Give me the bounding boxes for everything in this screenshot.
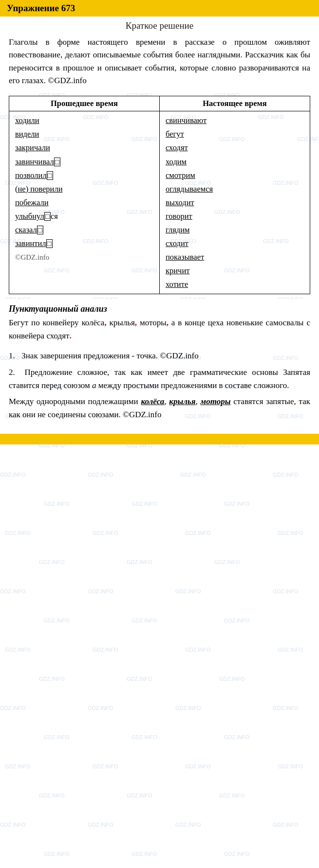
wm64: GDZ.INFO bbox=[180, 472, 206, 478]
wm74: GDZ.INFO bbox=[127, 559, 152, 565]
wm86: GDZ.INFO bbox=[278, 647, 303, 653]
analysis-items: 1. Знак завершения предложения - точка. … bbox=[0, 349, 319, 429]
comma1: , bbox=[104, 318, 106, 327]
wm63: GDZ.INFO bbox=[88, 472, 113, 478]
wm109: GDZ.INFO bbox=[131, 851, 157, 857]
verb-past-1: ходили bbox=[15, 116, 39, 125]
top-bar: Упражнение 673 bbox=[0, 0, 319, 17]
wm105: GDZ.INFO bbox=[88, 822, 113, 828]
verb-pres-1: свинчивают bbox=[166, 116, 206, 125]
verb-pres-7: выходит bbox=[166, 198, 194, 207]
section-title: Краткое решение bbox=[0, 17, 319, 33]
wm67: GDZ.INFO bbox=[131, 501, 157, 507]
wm83: GDZ.INFO bbox=[5, 647, 31, 653]
period1: . bbox=[70, 331, 72, 340]
kol-word: колёса bbox=[141, 397, 164, 406]
verb-past-4: завинчивал□ bbox=[15, 157, 60, 166]
wm73: GDZ.INFO bbox=[39, 559, 65, 565]
wm69: GDZ.INFO bbox=[5, 530, 31, 536]
verb-pres-4: ходим bbox=[166, 157, 187, 166]
wm96: GDZ.INFO bbox=[224, 734, 250, 740]
verb-pres-10: сходит bbox=[166, 239, 188, 248]
wm91: GDZ.INFO bbox=[88, 705, 113, 711]
wm104: GDZ.INFO bbox=[0, 822, 26, 828]
wm72: GDZ.INFO bbox=[278, 530, 303, 536]
wm88: GDZ.INFO bbox=[127, 676, 152, 682]
verb-pres-6: оглядываемся bbox=[166, 184, 213, 194]
wm77: GDZ.INFO bbox=[88, 588, 113, 594]
item-num-1: 1. bbox=[9, 349, 19, 362]
wm79: GDZ.INFO bbox=[273, 588, 299, 594]
comma2: , bbox=[135, 318, 137, 327]
analysis-item-1: 1. Знак завершения предложения - точка. … bbox=[9, 349, 310, 362]
wm106: GDZ.INFO bbox=[175, 822, 201, 828]
wm103: GDZ.INFO bbox=[219, 793, 245, 798]
wm95: GDZ.INFO bbox=[131, 734, 157, 740]
item-num-2: 2. bbox=[9, 366, 19, 379]
verb-past-2: видели bbox=[15, 129, 39, 139]
verb-pres-11: показывает bbox=[166, 252, 204, 262]
comma3: , bbox=[167, 318, 169, 327]
wm75: GDZ.INFO bbox=[214, 559, 240, 565]
analysis-item-2: 2. Предложение сложное, так как имеет дв… bbox=[9, 366, 310, 392]
intro-text: Глаголы в форме настоящего времени в рас… bbox=[9, 37, 310, 85]
wm110: GDZ.INFO bbox=[224, 851, 250, 857]
wm68: GDZ.INFO bbox=[224, 501, 250, 507]
wm87: GDZ.INFO bbox=[39, 676, 65, 682]
wm62: GDZ.INFO bbox=[0, 472, 26, 478]
verb-pres-12: кричит bbox=[166, 266, 189, 275]
verb-pres-5: смотрим bbox=[166, 171, 195, 180]
wm82: GDZ.INFO bbox=[224, 618, 250, 623]
col2-verbs: свинчивают бегут сходят ходим смотрим ог… bbox=[160, 111, 310, 294]
verb-past-6: (не) поверили bbox=[15, 184, 63, 194]
wm94: GDZ.INFO bbox=[44, 734, 70, 740]
wm93: GDZ.INFO bbox=[273, 705, 299, 711]
wm100: GDZ.INFO bbox=[278, 763, 303, 769]
wm78: GDZ.INFO bbox=[175, 588, 201, 594]
table-row: ходили видели закричали завинчивал□ позв… bbox=[9, 111, 310, 294]
verb-past-5: позволил□ bbox=[15, 171, 53, 180]
verb-past-9: сказал□ bbox=[15, 225, 43, 234]
wm101: GDZ.INFO bbox=[39, 793, 65, 798]
verb-pres-8: говорит bbox=[166, 212, 192, 221]
wm89: GDZ.INFO bbox=[219, 676, 245, 682]
verb-pres-3: сходят bbox=[166, 143, 188, 152]
wm81: GDZ.INFO bbox=[131, 618, 157, 623]
wm107: GDZ.INFO bbox=[273, 822, 299, 828]
verb-pres-2: бегут bbox=[166, 129, 184, 139]
col1-header: Прошедшее время bbox=[9, 96, 160, 111]
wm80: GDZ.INFO bbox=[44, 618, 70, 623]
col2-header: Настоящее время bbox=[160, 96, 310, 111]
wm65: GDZ.INFO bbox=[273, 472, 299, 478]
exercise-label: Упражнение 673 bbox=[7, 3, 75, 14]
krylia-word: крылья bbox=[169, 397, 195, 406]
wm70: GDZ.INFO bbox=[93, 530, 118, 536]
punct-sentence: Бегут по конвейеру колёса, крылья, мотор… bbox=[9, 316, 310, 342]
analysis-item-3: Между однородными подлежащими колёса, кр… bbox=[9, 395, 310, 421]
col1-verbs: ходили видели закричали завинчивал□ позв… bbox=[9, 111, 160, 294]
bottom-bar bbox=[0, 434, 319, 444]
verb-pres-9: глядим bbox=[166, 225, 189, 234]
wm85: GDZ.INFO bbox=[185, 647, 211, 653]
wm98: GDZ.INFO bbox=[93, 763, 118, 769]
verb-past-7: побежали bbox=[15, 198, 49, 207]
verb-past-10: завинтил□ bbox=[15, 239, 53, 248]
gdz-watermark-table1: ©GDZ.info bbox=[15, 253, 49, 261]
page-content: Упражнение 673 Краткое решение Глаголы в… bbox=[0, 0, 319, 444]
intro-paragraph: Глаголы в форме настоящего времени в рас… bbox=[0, 33, 319, 91]
verb-past-3: закричали bbox=[15, 143, 50, 152]
wm92: GDZ.INFO bbox=[175, 705, 201, 711]
punct-section: Пунктуационный анализ Бегут по конвейеру… bbox=[0, 299, 319, 349]
wm84: GDZ.INFO bbox=[93, 647, 118, 653]
wm90: GDZ.INFO bbox=[0, 705, 26, 711]
wm99: GDZ.INFO bbox=[185, 763, 211, 769]
wm71: GDZ.INFO bbox=[185, 530, 211, 536]
wm97: GDZ.INFO bbox=[5, 763, 31, 769]
wm102: GDZ.INFO bbox=[127, 793, 152, 798]
wm76: GDZ.INFO bbox=[0, 588, 26, 594]
verb-pres-13: хотите bbox=[166, 280, 188, 289]
punct-title: Пунктуационный анализ bbox=[9, 304, 310, 314]
verb-past-8: улыбнул□ся bbox=[15, 212, 58, 221]
verb-table: Прошедшее время Настоящее время ходили в… bbox=[9, 96, 310, 294]
motory-word: моторы bbox=[200, 397, 230, 406]
